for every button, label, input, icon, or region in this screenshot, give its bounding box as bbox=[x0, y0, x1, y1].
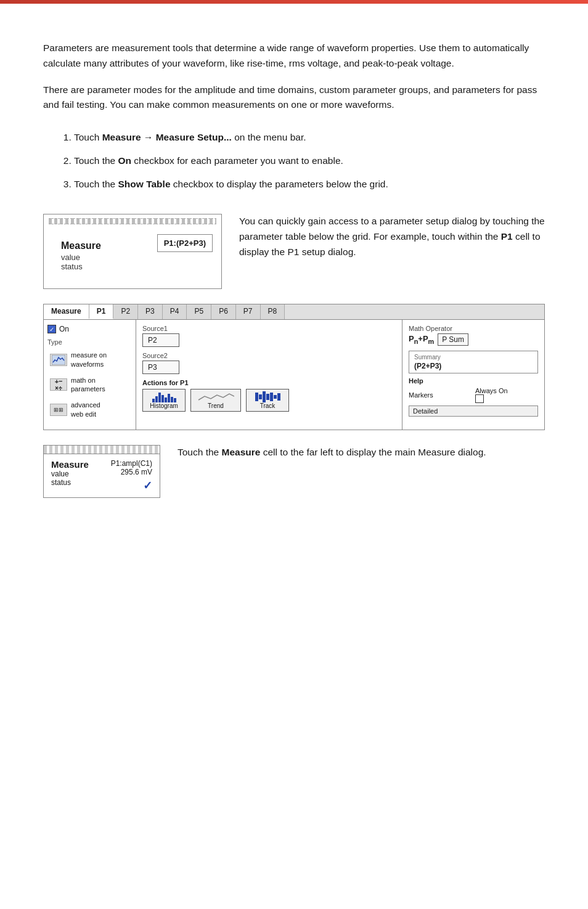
param-table-2-wrapper: Measure value status P1:ampl(C1) 295.6 m… bbox=[43, 445, 160, 498]
on-label: On bbox=[59, 325, 69, 333]
actions-row: Histogram Trend bbox=[142, 389, 396, 412]
param-table2-top bbox=[44, 446, 160, 454]
summary-value: (P2+P3) bbox=[414, 362, 533, 370]
param-table-2[interactable]: Measure value status P1:ampl(C1) 295.6 m… bbox=[43, 445, 160, 498]
dialog-tabs[interactable]: Measure P1 P2 P3 P4 P5 P6 P7 P8 bbox=[44, 304, 544, 320]
param-section-1: Measure value status P1:(P2+P3) You can … bbox=[43, 214, 545, 289]
actions-label: Actions for P1 bbox=[142, 379, 396, 386]
math-on-parameters-btn[interactable]: +−×÷ math onparameters bbox=[47, 375, 132, 395]
intro-paragraph-2: There are parameter modes for the amplit… bbox=[43, 83, 545, 113]
intro-section: Parameters are measurement tools that de… bbox=[43, 41, 545, 113]
detailed-row: Detailed bbox=[409, 406, 538, 417]
help-section: Help Markers Always On Detailed bbox=[409, 377, 538, 417]
trend-icon bbox=[197, 391, 234, 402]
trend-label: Trend bbox=[208, 402, 224, 409]
p1-ampl-value: P1:ampl(C1) bbox=[111, 459, 152, 468]
summary-group: Summary (P2+P3) bbox=[409, 351, 538, 373]
tab-p3[interactable]: P3 bbox=[138, 304, 163, 319]
track-label: Track bbox=[260, 402, 276, 409]
dialog-right-panel: Math Operator Pn+Pm P Sum Summary (P2+P3… bbox=[402, 320, 544, 430]
math-op-label: Math Operator bbox=[409, 325, 538, 332]
status-label-1: status bbox=[61, 262, 140, 271]
checkmark-icon: ✓ bbox=[111, 479, 152, 492]
tab-p7[interactable]: P7 bbox=[236, 304, 261, 319]
step-3-bold: Show Table bbox=[118, 179, 171, 189]
psum-value[interactable]: P Sum bbox=[438, 333, 468, 346]
summary-label: Summary bbox=[414, 354, 533, 361]
bottom-caption: Touch the Measure cell to the far left t… bbox=[178, 445, 545, 460]
advanced-web-edit-label: advancedweb edit bbox=[71, 401, 100, 418]
trend-btn[interactable]: Trend bbox=[190, 389, 241, 412]
source2-value[interactable]: P3 bbox=[142, 361, 179, 374]
param-table-1[interactable]: Measure value status P1:(P2+P3) bbox=[43, 214, 222, 289]
advanced-web-edit-icon: ⊞⊞ bbox=[50, 404, 67, 416]
status-label-2: status bbox=[51, 478, 89, 487]
histogram-label: Histogram bbox=[150, 402, 178, 409]
measure-bold: Measure bbox=[222, 447, 261, 457]
psum-row: Pn+Pm P Sum bbox=[409, 333, 538, 346]
on-checkbox[interactable]: ✓ bbox=[47, 325, 56, 333]
help-row: Markers Always On bbox=[409, 387, 538, 403]
always-on-col: Always On bbox=[475, 387, 538, 403]
value-label-1: value bbox=[61, 253, 140, 262]
psum-icon: Pn+Pm bbox=[409, 334, 434, 345]
dialog-center-panel: Source1 P2 Source2 P3 Actions for P1 bbox=[136, 320, 402, 430]
tab-p2[interactable]: P2 bbox=[113, 304, 138, 319]
dialog-body: ✓ On Type measure onwaveforms +−× bbox=[44, 320, 544, 430]
source1-label: Source1 bbox=[142, 325, 396, 332]
dialog-left-panel: ✓ On Type measure onwaveforms +−× bbox=[44, 320, 136, 430]
source1-value[interactable]: P2 bbox=[142, 333, 179, 347]
step-1: Touch Measure → Measure Setup... on the … bbox=[74, 130, 545, 145]
type-label: Type bbox=[47, 338, 132, 346]
bottom-section: Measure value status P1:ampl(C1) 295.6 m… bbox=[43, 445, 545, 498]
tab-p8[interactable]: P8 bbox=[261, 304, 285, 319]
measure-on-waveforms-btn[interactable]: measure onwaveforms bbox=[47, 349, 132, 370]
measure-label-1: Measure bbox=[61, 240, 140, 251]
track-btn[interactable]: Track bbox=[246, 389, 289, 412]
tab-p5[interactable]: P5 bbox=[187, 304, 211, 319]
on-checkbox-row[interactable]: ✓ On bbox=[47, 325, 132, 333]
tab-p4[interactable]: P4 bbox=[163, 304, 187, 319]
source2-label: Source2 bbox=[142, 352, 396, 359]
detailed-box[interactable]: Detailed bbox=[409, 406, 538, 417]
track-icon bbox=[255, 391, 280, 402]
source2-row: Source2 P3 bbox=[142, 352, 396, 374]
tab-p6[interactable]: P6 bbox=[211, 304, 236, 319]
math-parameters-label: math onparameters bbox=[71, 376, 105, 394]
help-label: Help bbox=[409, 377, 538, 385]
param-caption-1: You can quickly gain access to a paramet… bbox=[239, 214, 545, 259]
measure-waveforms-icon bbox=[50, 354, 67, 366]
measure-dialog: Measure P1 P2 P3 P4 P5 P6 P7 P8 ✓ On Typ… bbox=[43, 304, 545, 430]
math-parameters-icon: +−×÷ bbox=[50, 378, 67, 391]
markers-label: Markers bbox=[409, 391, 472, 399]
tab-p1[interactable]: P1 bbox=[89, 304, 114, 319]
intro-paragraph-1: Parameters are measurement tools that de… bbox=[43, 41, 545, 71]
step-3: Touch the Show Table checkbox to display… bbox=[74, 177, 545, 192]
histogram-btn[interactable]: Histogram bbox=[142, 389, 186, 412]
step-2-bold: On bbox=[118, 155, 132, 166]
measure-waveforms-label: measure onwaveforms bbox=[71, 351, 107, 369]
histogram-icon bbox=[152, 391, 176, 402]
always-on-label: Always On bbox=[475, 387, 508, 394]
source1-row: Source1 P2 bbox=[142, 325, 396, 347]
always-on-checkbox[interactable] bbox=[475, 394, 484, 403]
step-2: Touch the On checkbox for each parameter… bbox=[74, 153, 545, 168]
advanced-web-edit-btn[interactable]: ⊞⊞ advancedweb edit bbox=[47, 399, 132, 420]
value-label-2: value bbox=[51, 470, 89, 478]
markers-col: Markers bbox=[409, 391, 472, 399]
p1-mv-value: 295.6 mV bbox=[111, 468, 152, 476]
steps-list: Touch Measure → Measure Setup... on the … bbox=[74, 130, 545, 192]
p1-badge: P1:(P2+P3) bbox=[157, 234, 213, 252]
step-1-bold: Measure → Measure Setup... bbox=[102, 132, 232, 142]
measure-label-2: Measure bbox=[51, 459, 89, 470]
tab-measure[interactable]: Measure bbox=[44, 304, 89, 319]
